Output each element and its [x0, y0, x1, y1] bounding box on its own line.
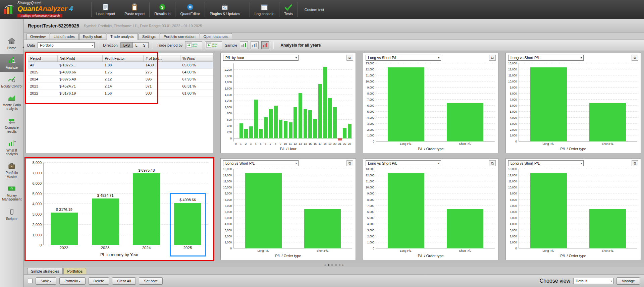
panel-pl-by-year: 01,0002,0003,0004,0005,0006,0007,0008,00…	[25, 158, 213, 260]
pager-next-icon[interactable]: ▸	[342, 264, 344, 267]
y-tick: 0	[373, 140, 374, 143]
y-tick: 7,000	[367, 204, 374, 208]
table-row-2025[interactable]: 2025 $ 4098.66 1.75 275 64.00 %	[28, 69, 213, 76]
y-tick: 1,200	[225, 99, 232, 103]
pager-dot-2[interactable]	[331, 264, 333, 266]
sidebar-item-money-management[interactable]: $ Money Management	[0, 183, 23, 204]
x-tick: Short P/L	[578, 142, 637, 146]
sidebar-item-equity-control[interactable]: Equity Control	[0, 73, 23, 91]
popout-icon[interactable]: ⧉	[489, 160, 496, 166]
plugins-updates-button[interactable]: Plugins & Updates	[205, 0, 245, 19]
sidebar-item-portfolio-master[interactable]: Portfolio Master	[0, 160, 23, 181]
panel-long-vs-short-2: Long vs Short P/L ▾ ⧉ 01,0002,0003,0004,…	[505, 53, 641, 153]
direction-long-short-button[interactable]: L+S	[120, 42, 133, 48]
direction-long-button[interactable]: L	[133, 42, 141, 48]
pager-dot-1[interactable]	[328, 264, 329, 266]
table-row-all[interactable]: All $ 18775... 1.88 1430 65.03 %	[28, 62, 213, 69]
cell-net-profit: $ 4524.71	[57, 83, 103, 90]
tab-simple-strategies[interactable]: Simple strategies	[27, 268, 63, 274]
report-subtitle: Symbol: Portfolio, Timeframe: H1, Date R…	[84, 24, 202, 28]
col-pct-wins[interactable]: % Wins	[180, 55, 213, 62]
tab-settings[interactable]: Settings	[139, 33, 159, 40]
col-profit-factor[interactable]: Profit Factor	[103, 55, 144, 62]
sample-chart-icon-3[interactable]	[261, 41, 269, 49]
delete-button[interactable]: Delete	[89, 277, 109, 285]
chevron-down-icon: ▾	[581, 162, 582, 165]
chart-type-dropdown[interactable]: Long vs Short P/L ▾	[366, 160, 441, 166]
y-tick: 600	[227, 118, 232, 121]
popout-icon[interactable]: ⧉	[346, 55, 353, 61]
manage-button[interactable]: Manage	[616, 277, 640, 285]
direction-short-button[interactable]: S	[140, 42, 148, 48]
popout-icon[interactable]: ⧉	[632, 55, 638, 61]
x-tick: 2023	[85, 246, 126, 250]
clear-all-button[interactable]: Clear All	[112, 277, 136, 285]
paste-report-button[interactable]: Paste report	[120, 0, 149, 19]
chart-x-axis-title: P/L / Order type	[506, 146, 641, 153]
col-net-profit[interactable]: Net Profit	[57, 55, 103, 62]
sidebar-item-scripter[interactable]: Scripter	[0, 206, 23, 223]
analysis-toolbar: Data Portfolio ▾ Direction L+S L S Trade…	[24, 40, 644, 51]
chart-type-dropdown[interactable]: P/L by hour ▾	[223, 55, 299, 61]
bar-Long P/L	[388, 67, 424, 141]
tab-open-balances[interactable]: Open balances	[200, 33, 232, 40]
chart-type-dropdown[interactable]: Long vs Short P/L ▾	[508, 55, 584, 61]
save-button[interactable]: Save ▾	[36, 277, 56, 285]
tab-portfolio-correlation[interactable]: Portfolio correlation	[160, 33, 199, 40]
popout-icon[interactable]: ⧉	[632, 160, 638, 166]
tab-list-of-trades[interactable]: List of trades	[50, 33, 78, 40]
y-tick: 5,000	[510, 216, 517, 220]
sample-chart-icon-1[interactable]	[240, 41, 248, 49]
y-tick: 4,000	[367, 222, 374, 226]
log-console-button[interactable]: Log console	[250, 0, 279, 19]
x-tick: 21	[337, 142, 342, 146]
pager-prev-icon[interactable]: ◂	[324, 264, 326, 267]
y-axis: 02004006008001,0001,2001,4001,6001,8002,…	[221, 63, 233, 141]
sample-chart-icon-2[interactable]	[251, 41, 259, 49]
x-tick: Short P/L	[293, 249, 352, 252]
chart-x-axis-title: P/L / Order type	[221, 253, 356, 260]
table-row-2023[interactable]: 2023 $ 4524.71 2.14 371 66.31 %	[28, 83, 213, 90]
sidebar-item-home[interactable]: Home	[0, 35, 23, 52]
select-all-checkbox[interactable]	[28, 279, 33, 283]
x-tick: 10	[283, 142, 288, 146]
col-num-trades[interactable]: # of trad...	[144, 55, 180, 62]
close-time-button[interactable]: close time	[205, 41, 222, 49]
x-tick: Short P/L	[578, 249, 637, 252]
table-row-2024[interactable]: 2024 $ 6975.48 2.12 396 67.93 %	[28, 76, 213, 83]
tab-overview[interactable]: Overview	[26, 33, 49, 40]
load-report-button[interactable]: Load report	[92, 0, 120, 19]
pager-dot-4[interactable]	[339, 264, 340, 266]
table-row-2022[interactable]: 2022 $ 3176.19 1.56 388 61.60 %	[28, 90, 213, 97]
data-source-dropdown[interactable]: Portfolio ▾	[38, 42, 95, 48]
x-tick: 7	[268, 142, 273, 146]
y-tick: 12,000	[366, 68, 374, 71]
tab-trade-analysis[interactable]: Trade analysis	[107, 33, 138, 40]
set-note-button[interactable]: Set note	[139, 277, 163, 285]
pager-d0t-3[interactable]	[335, 264, 337, 266]
sidebar-collapse-arrow[interactable]: ◂	[22, 45, 24, 49]
tab-equity-chart[interactable]: Equity chart	[79, 33, 106, 40]
chart-type-dropdown[interactable]: Long vs Short P/L ▾	[508, 160, 584, 166]
y-tick: 10,000	[366, 80, 374, 83]
sidebar-item-analyze[interactable]: Analyze	[0, 54, 23, 72]
chart-type-dropdown[interactable]: Long vs Short P/L ▾	[223, 160, 299, 166]
col-period[interactable]: Period	[28, 55, 58, 62]
sidebar-item-monte-carlo[interactable]: Monte Carlo analysis	[0, 92, 23, 113]
quanteditor-button[interactable]: QuantEditor	[175, 0, 205, 19]
portfolio-button[interactable]: Portfolio ▾	[59, 277, 85, 285]
chevron-down-icon: ▾	[438, 162, 439, 165]
sidebar-item-what-if[interactable]: ? What If analysis	[0, 137, 23, 159]
open-time-button[interactable]: open time	[185, 41, 202, 49]
cell-num-trades: 388	[144, 90, 180, 97]
sidebar-item-compare-results[interactable]: Compare results	[0, 115, 23, 136]
tests-button[interactable]: Tests	[279, 0, 298, 19]
popout-icon[interactable]: ⧉	[346, 160, 353, 166]
tab-portfolios[interactable]: Portfolios	[63, 268, 86, 274]
y-tick: 10,000	[508, 186, 517, 189]
results-in-button[interactable]: $ Results in	[150, 0, 175, 19]
popout-icon[interactable]: ⧉	[489, 55, 496, 61]
bar-13	[299, 93, 302, 138]
chart-type-dropdown[interactable]: Long vs Short P/L ▾	[366, 55, 441, 61]
choose-view-dropdown[interactable]: Default ▾	[573, 278, 613, 284]
